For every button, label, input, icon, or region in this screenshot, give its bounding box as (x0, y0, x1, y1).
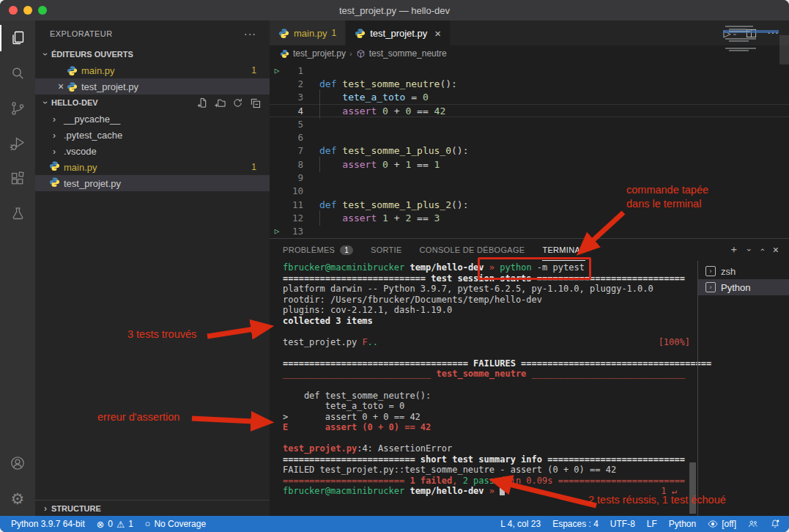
breadcrumb-symbol[interactable]: test_somme_neutre (369, 48, 447, 59)
file-name: __pycache__ (64, 114, 120, 125)
tree-item[interactable]: ›.vscode (35, 143, 270, 159)
terminal-line (283, 326, 690, 337)
tree-item[interactable]: test_projet.py (35, 175, 270, 191)
tree-item[interactable]: ›__pycache__ (35, 111, 270, 127)
tree-item[interactable]: main.py1 (35, 159, 270, 175)
open-editor-item[interactable]: main.py1 (35, 62, 270, 78)
status-bar: Python 3.9.7 64-bit ⊗0 ⚠1 ○No Coverage L… (0, 516, 789, 532)
section-label: ÉDITEURS OUVERTS (51, 50, 133, 59)
encoding-status[interactable]: UTF-8 (610, 519, 635, 529)
symbol-function-icon (356, 49, 366, 59)
beaker-icon (9, 205, 26, 223)
minimap-line (725, 48, 756, 49)
section-open-editors[interactable]: › ÉDITEURS OUVERTS (35, 46, 270, 62)
close-editor-icon[interactable]: × (55, 81, 67, 92)
language-mode-status[interactable]: Python (669, 519, 696, 529)
activitybar-source-control[interactable] (0, 91, 35, 126)
terminal-output[interactable]: fbrucker@macminibrucker temp/hello-dev »… (283, 262, 690, 497)
minimap[interactable] (723, 22, 779, 66)
activitybar-settings[interactable]: ⚙ (0, 481, 35, 516)
activitybar-account[interactable] (0, 446, 35, 481)
code-line[interactable]: 6 (270, 130, 789, 144)
breadcrumb[interactable]: test_projet.py › test_somme_neutre (270, 45, 789, 62)
code-line[interactable]: 7def test_somme_1_plus_0(): (270, 144, 789, 158)
activitybar-explorer[interactable] (0, 21, 35, 56)
cursor-position-status[interactable]: L 4, col 23 (500, 519, 541, 529)
code-line[interactable]: 11def test_somme_1_plus_2(): (270, 198, 789, 211)
new-terminal-icon[interactable]: ＋ (728, 243, 738, 256)
terminal-dropdown-icon[interactable]: › (745, 248, 754, 251)
search-icon (9, 64, 26, 82)
breadcrumb-separator: › (349, 49, 352, 58)
run-test-icon[interactable]: ▷ (270, 66, 284, 75)
activitybar-run-debug[interactable] (0, 126, 35, 161)
indentation-status[interactable]: Espaces : 4 (552, 519, 599, 529)
terminal-instance-python[interactable]: ›Python (698, 279, 789, 295)
terminal-line (283, 347, 690, 358)
code-line[interactable]: 12 assert 1 + 2 == 3 (270, 211, 789, 224)
feedback-button[interactable] (748, 519, 758, 529)
panel-tab-terminal[interactable]: TERMINAL (542, 239, 585, 261)
section-structure[interactable]: › STRUCTURE (35, 500, 270, 516)
code-line[interactable]: 4 assert 0 + 0 == 42 (270, 104, 789, 117)
tab-main-py[interactable]: main.py 1 (270, 21, 346, 45)
screencast-status[interactable]: [off] (708, 519, 736, 529)
file-name: main.py (64, 162, 97, 173)
editor-scrollbar[interactable] (779, 35, 789, 64)
breadcrumb-file[interactable]: test_projet.py (293, 48, 346, 59)
maximize-panel-icon[interactable]: › (757, 248, 766, 251)
collapse-all-icon[interactable] (250, 97, 261, 108)
terminal-line: test_projet.py:4: AssertionError (283, 443, 690, 454)
panel-tab-console-de-d-bogage[interactable]: CONSOLE DE DÉBOGAGE (420, 239, 525, 261)
zoom-window-button[interactable] (38, 6, 47, 15)
chevron-right-icon: › (40, 503, 51, 514)
editor-tabbar: main.py 1 test_projet.py × ▷ › ··· (270, 21, 789, 45)
refresh-icon[interactable] (232, 97, 243, 108)
chevron-down-icon: › (40, 48, 51, 60)
close-tab-icon[interactable]: × (434, 27, 441, 40)
python-file-icon (49, 160, 60, 171)
code-line[interactable]: 3 tete_a_toto = 0 (270, 91, 789, 104)
code-line[interactable]: 2def test_somme_neutre(): (270, 77, 789, 90)
panel-tab-sortie[interactable]: SORTIE (371, 239, 402, 261)
coverage-status[interactable]: ○No Coverage (145, 519, 206, 529)
code-line[interactable]: ▷1 (270, 64, 789, 77)
more-actions-icon[interactable]: ··· (244, 28, 256, 40)
folder-actions (197, 97, 270, 108)
section-folder[interactable]: › HELLO-DEV (35, 95, 270, 111)
terminal-instance-zsh[interactable]: ›zsh (698, 263, 789, 279)
new-folder-icon[interactable] (215, 97, 226, 108)
activitybar-search[interactable] (0, 56, 35, 91)
extensions-icon (9, 170, 26, 188)
problems-status[interactable]: ⊗0 ⚠1 (97, 519, 133, 530)
run-test-icon[interactable]: ▷ (270, 226, 284, 236)
close-window-button[interactable] (9, 6, 18, 15)
panel-actions: ＋ › › × (728, 239, 779, 261)
code-line[interactable]: 5 (270, 117, 789, 130)
panel-tab-probl-mes[interactable]: PROBLÈMES1 (283, 239, 353, 261)
python-interpreter-status[interactable]: Python 3.9.7 64-bit (11, 519, 85, 529)
minimap-line (729, 40, 749, 42)
code-line[interactable]: 9 (270, 171, 789, 184)
eol-status[interactable]: LF (647, 519, 657, 529)
account-icon (9, 454, 26, 472)
code-area[interactable]: ▷12def test_somme_neutre():3 tete_a_toto… (270, 62, 789, 238)
code-line[interactable]: 8 assert 0 + 1 == 1 (270, 158, 789, 171)
notifications-button[interactable] (770, 519, 780, 529)
tree-item[interactable]: ›.pytest_cache (35, 127, 270, 143)
minimap-line (729, 50, 749, 51)
new-file-icon[interactable] (197, 97, 208, 108)
file-icon-slot (48, 177, 60, 190)
line-number: 5 (284, 119, 303, 130)
close-panel-icon[interactable]: × (773, 244, 779, 256)
terminal-scrollbar[interactable] (689, 462, 696, 514)
tab-test-projet-py[interactable]: test_projet.py × (346, 21, 451, 45)
open-editor-item[interactable]: ×test_projet.py (35, 78, 270, 95)
circle-icon: ○ (145, 519, 151, 529)
minimize-window-button[interactable] (23, 6, 32, 15)
code-line[interactable]: ▷13 (270, 225, 789, 238)
activitybar-extensions[interactable] (0, 161, 35, 196)
terminal-line: fbrucker@macminibrucker temp/hello-dev »… (283, 486, 690, 497)
code-line[interactable]: 10 (270, 185, 789, 198)
activitybar-testing[interactable] (0, 196, 35, 232)
